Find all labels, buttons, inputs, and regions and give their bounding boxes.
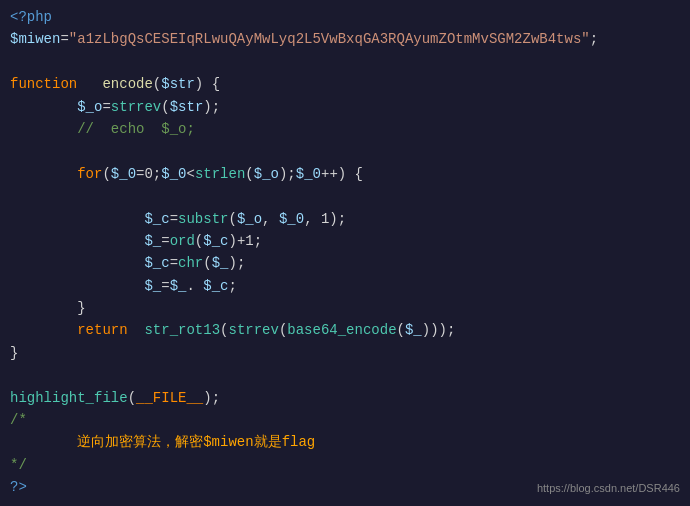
code-container: <?php $miwen="a1zLbgQsCESEIqRLwuQAyMwLyq… xyxy=(0,0,690,506)
code-line-10: $_c=substr($_o, $_0, 1); xyxy=(10,208,680,230)
code-line-2: $miwen="a1zLbgQsCESEIqRLwuQAyMwLyq2L5VwB… xyxy=(10,28,680,50)
code-line-14: } xyxy=(10,297,680,319)
code-line-6: // echo $_o; xyxy=(10,118,680,140)
code-line-15: return str_rot13(strrev(base64_encode($_… xyxy=(10,319,680,341)
code-line-16: } xyxy=(10,342,680,364)
code-line-17 xyxy=(10,364,680,386)
code-line-4: function encode($str) { xyxy=(10,73,680,95)
code-line-3 xyxy=(10,51,680,73)
code-line-11: $_=ord($_c)+1; xyxy=(10,230,680,252)
code-line-12: $_c=chr($_); xyxy=(10,252,680,274)
code-line-5: $_o=strrev($str); xyxy=(10,96,680,118)
code-line-7 xyxy=(10,140,680,162)
code-line-19: /* xyxy=(10,409,680,431)
code-line-20: 逆向加密算法，解密$miwen就是flag xyxy=(10,431,680,453)
code-line-13: $_=$_. $_c; xyxy=(10,275,680,297)
code-line-1: <?php xyxy=(10,6,680,28)
code-line-21: */ xyxy=(10,454,680,476)
code-line-18: highlight_file(__FILE__); xyxy=(10,387,680,409)
code-line-8: for($_0=0;$_0<strlen($_o);$_0++) { xyxy=(10,163,680,185)
code-line-9 xyxy=(10,185,680,207)
watermark: https://blog.csdn.net/DSR446 xyxy=(537,480,680,498)
